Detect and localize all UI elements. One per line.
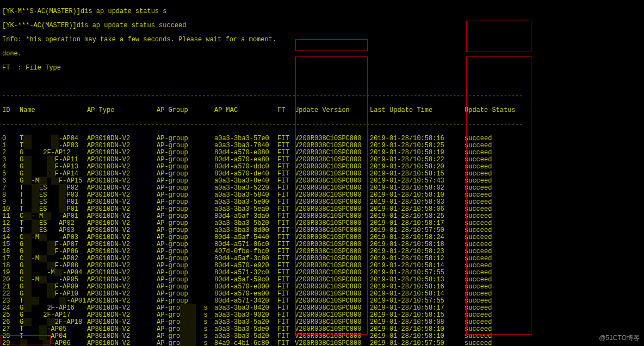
cell-type: AP3010DN-V2 — [87, 340, 157, 346]
cell-version: V200R008C10SPC800 — [295, 340, 370, 346]
col-ft: FT — [277, 107, 295, 114]
cell-time: 2019-01-28/10:57:50 — [370, 340, 465, 346]
cell-id: 29 — [2, 340, 20, 346]
header-line-2: [YK-***-AC(MASTER)]dis ap update status … — [2, 22, 642, 29]
cell-ft: FIT — [277, 340, 295, 346]
table-body: 0TXX XX-AP04AP3010DN-V2AP-groupa0a3-3ba3… — [2, 135, 642, 346]
col-type: AP Type — [87, 107, 157, 114]
terminal-output[interactable]: [YK-M**S-AC(MASTER)]dis ap update status… — [0, 0, 644, 346]
col-id: ID — [2, 107, 20, 114]
col-mac: AP MAC — [214, 107, 277, 114]
header-blank — [2, 79, 642, 86]
col-time: Last Update Time — [370, 107, 465, 114]
col-stat: Update Status — [465, 107, 530, 114]
header-line-4: done. — [2, 51, 642, 58]
cell-name: XX XX-AP06 — [20, 340, 87, 346]
dash-top: ----------------------------------------… — [2, 93, 642, 100]
column-header-row: ID Name AP Type AP Group AP MAC FT Updat… — [2, 107, 642, 114]
cell-status: succeed — [465, 340, 530, 346]
header-line-1: [YK-M**S-AC(MASTER)]dis ap update status… — [2, 8, 642, 15]
cell-mac: 84a9-c4b1-6c80 — [214, 340, 277, 346]
table-row: 29XX XX-AP06AP3010DN-V2AP-groXXXX s84a9-… — [2, 340, 642, 346]
col-ver: Update Version — [295, 107, 370, 114]
dash-mid: ----------------------------------------… — [2, 121, 642, 128]
header-line-5: FT : File Type — [2, 65, 642, 72]
watermark: @51CTO博客 — [599, 335, 640, 342]
col-name: Name — [20, 107, 87, 114]
col-group: AP Group — [157, 107, 214, 114]
header-line-3: Info: *his operation may take a few seco… — [2, 36, 642, 43]
cell-group: AP-groXXXX s — [157, 340, 214, 346]
